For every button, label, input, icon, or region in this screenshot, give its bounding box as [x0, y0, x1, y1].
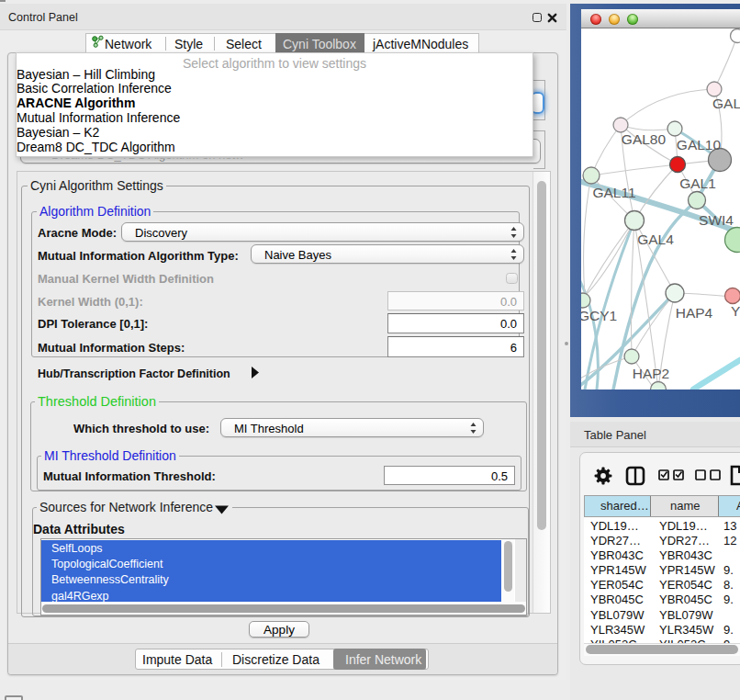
svg-text:GAL10: GAL10: [677, 137, 722, 152]
svg-text:GAL7: GAL7: [712, 96, 740, 111]
svg-text:GAL80: GAL80: [622, 131, 667, 147]
svg-text:SWI4: SWI4: [699, 212, 734, 228]
svg-text:GAL1: GAL1: [679, 175, 716, 191]
svg-text:HAP4: HAP4: [676, 305, 713, 321]
svg-text:HAP2: HAP2: [633, 366, 670, 381]
svg-text:GAL4: GAL4: [637, 231, 674, 247]
svg-text:Y: Y: [731, 303, 740, 319]
svg-text:GAL11: GAL11: [592, 185, 635, 200]
svg-text:GCY1: GCY1: [581, 308, 617, 323]
